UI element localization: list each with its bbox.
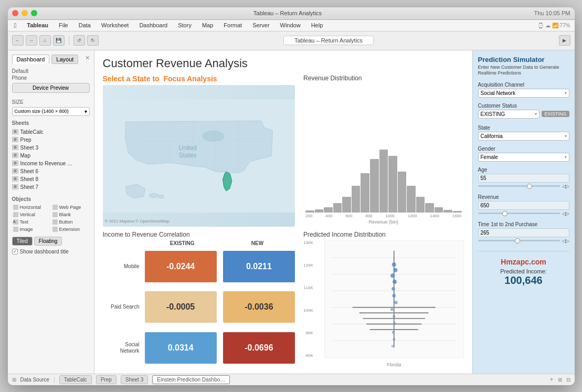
close-button[interactable]	[12, 10, 18, 16]
customer-status-value: EXISTING	[481, 111, 505, 117]
corr-header-existing: EXISTING	[145, 240, 220, 246]
svg-point-32	[393, 322, 396, 324]
menu-server[interactable]: Server	[250, 22, 271, 29]
menu-file[interactable]: File	[57, 22, 70, 29]
sheet-item-map[interactable]: ⊞ Map	[12, 152, 90, 160]
toolbar: ← → ⌂ 💾 ↺ ↻ Tableau – Return Analytics ▶	[8, 31, 575, 50]
menu-help[interactable]: Help	[309, 22, 325, 29]
corr-cell-social-existing[interactable]: 0.0314	[145, 332, 217, 364]
hist-bar	[324, 207, 333, 213]
customer-status-select[interactable]: EXISTING ▾	[478, 110, 540, 119]
sidebar-floating-tab[interactable]: Floating	[34, 237, 62, 246]
state-select[interactable]: California ▾	[478, 132, 569, 141]
map-subtitle: Select a State to Focus Analysis	[103, 75, 295, 83]
us-map-svg: United States	[103, 85, 295, 227]
menubar:  Tableau File Data Worksheet Dashboard …	[8, 20, 575, 31]
sheet-icon: ⊞	[12, 145, 18, 150]
time-field: Time 1st to 2nd Purchase 265 ◁▷	[478, 221, 569, 243]
svg-point-25	[390, 273, 395, 278]
menu-dashboard[interactable]: Dashboard	[137, 22, 170, 29]
corr-cell-paidsearch-existing[interactable]: -0.0005	[145, 291, 217, 323]
sheet-item-sheet3[interactable]: ⊞ Sheet 3	[12, 144, 90, 152]
menu-window[interactable]: Window	[278, 22, 303, 29]
time-slider[interactable]	[478, 240, 560, 241]
sidebar-tab-dashboard[interactable]: Dashboard	[12, 55, 50, 64]
toolbar-forward-button[interactable]: →	[26, 35, 37, 46]
sheet-item-income[interactable]: ⊞ Income to Revenue …	[12, 160, 90, 167]
age-slider-thumb[interactable]	[527, 184, 532, 189]
sheet-item-sheet6[interactable]: ⊞ Sheet 6	[12, 167, 90, 175]
revenue-slider-arrows: ◁▷	[562, 211, 569, 216]
obj-extension[interactable]: Extension	[51, 226, 90, 232]
titlebar-right: Thu 10:05 PM	[534, 10, 570, 16]
obj-horizontal[interactable]: Horizontal	[12, 204, 50, 210]
size-dropdown[interactable]: Custom size (1400 × 800) ▾	[12, 107, 90, 116]
maximize-button[interactable]	[31, 10, 37, 16]
scatter-svg	[324, 240, 463, 358]
status-tab-tablecalc[interactable]: TableCalc	[59, 375, 92, 384]
hist-bar	[361, 173, 369, 212]
time-slider-thumb[interactable]	[515, 238, 520, 243]
revenue-slider-thumb[interactable]	[502, 211, 507, 216]
svg-point-28	[392, 294, 396, 298]
gender-select[interactable]: Female ▾	[478, 153, 569, 162]
acq-channel-select[interactable]: Social Network ▾	[478, 89, 569, 98]
svg-point-30	[390, 308, 393, 311]
sheet-item-prep[interactable]: ⊞ Prep	[12, 136, 90, 144]
obj-icon	[13, 205, 18, 210]
sidebar-tab-layout[interactable]: Layout	[51, 55, 78, 64]
sheet-item-sheet7[interactable]: ⊞ Sheet 7	[12, 183, 90, 191]
app-window: Tableau – Return Analytics Thu 10:05 PM …	[8, 7, 575, 385]
corr-cell-mobile-new[interactable]: 0.0211	[223, 251, 295, 282]
toolbar-undo-button[interactable]: ↺	[73, 35, 85, 46]
corr-cell-mobile-existing[interactable]: -0.0244	[145, 251, 217, 282]
corr-cell-paidsearch-new[interactable]: -0.0036	[223, 291, 295, 323]
toolbar-home-button[interactable]: ⌂	[39, 35, 51, 46]
obj-button[interactable]: Button	[51, 219, 90, 225]
obj-blank[interactable]: Blank	[51, 211, 90, 218]
menu-tableau[interactable]: Tableau	[25, 22, 50, 29]
status-tab-sheet3[interactable]: Sheet 3	[121, 375, 148, 384]
obj-vertical[interactable]: Vertical	[12, 211, 50, 218]
toolbar-save-button[interactable]: 💾	[53, 35, 65, 46]
age-slider[interactable]	[478, 185, 560, 187]
time-label: Time 1st to 2nd Purchase	[478, 221, 569, 227]
customer-status-row: EXISTING ▾ EXISTING	[478, 110, 569, 119]
menu-apple[interactable]: 	[12, 21, 19, 30]
menu-story[interactable]: Story	[176, 22, 194, 29]
status-add-tab-button[interactable]: +	[549, 376, 553, 383]
status-tab-einstein[interactable]: Einstein Prediction Dashbo…	[152, 375, 230, 384]
obj-image[interactable]: Image	[12, 226, 50, 232]
customer-status-label: Customer Status	[478, 103, 569, 109]
menu-format[interactable]: Format	[221, 22, 244, 29]
sidebar-close-button[interactable]: ✕	[85, 55, 90, 64]
age-input[interactable]: 55	[478, 174, 569, 183]
sidebar-tiled-tab[interactable]: Tiled	[12, 237, 33, 246]
revenue-input[interactable]: 650	[478, 201, 569, 210]
map-area[interactable]: United States © 2021 Mapbox © OpenStreet…	[103, 85, 295, 227]
menu-data[interactable]: Data	[77, 22, 93, 29]
sheet-item-sheet8[interactable]: ⊞ Sheet 8	[12, 175, 90, 183]
histogram-container: 2004006008001000120014001600 Revenue (bi…	[303, 84, 463, 227]
toolbar-present-button[interactable]: ▶	[559, 35, 570, 46]
obj-text[interactable]: AText	[12, 219, 50, 225]
status-tab-prep[interactable]: Prep	[96, 375, 117, 384]
dashboard-content: Customer Revenue Analysis Select a State…	[94, 50, 472, 374]
time-input[interactable]: 265	[478, 228, 569, 237]
scatter-area[interactable]	[324, 240, 463, 358]
corr-cell-social-new[interactable]: -0.0696	[223, 332, 295, 364]
obj-icon: A	[13, 219, 18, 225]
toolbar-back-button[interactable]: ←	[12, 35, 24, 46]
menu-worksheet[interactable]: Worksheet	[99, 22, 131, 29]
hist-bar	[407, 186, 416, 212]
existing-badge: EXISTING	[542, 111, 569, 117]
menu-map[interactable]: Map	[200, 22, 215, 29]
toolbar-redo-button[interactable]: ↻	[87, 35, 99, 46]
obj-webpage[interactable]: Web Page	[51, 204, 90, 210]
sheet-icon: ⊞	[12, 176, 18, 182]
device-preview-button[interactable]: Device Preview	[12, 83, 90, 93]
minimize-button[interactable]	[22, 10, 28, 16]
sheet-item-tablecalc[interactable]: ⊞ TableCalc	[12, 128, 90, 136]
show-title-checkbox[interactable]: ✓	[12, 249, 18, 255]
revenue-slider[interactable]	[478, 213, 560, 214]
